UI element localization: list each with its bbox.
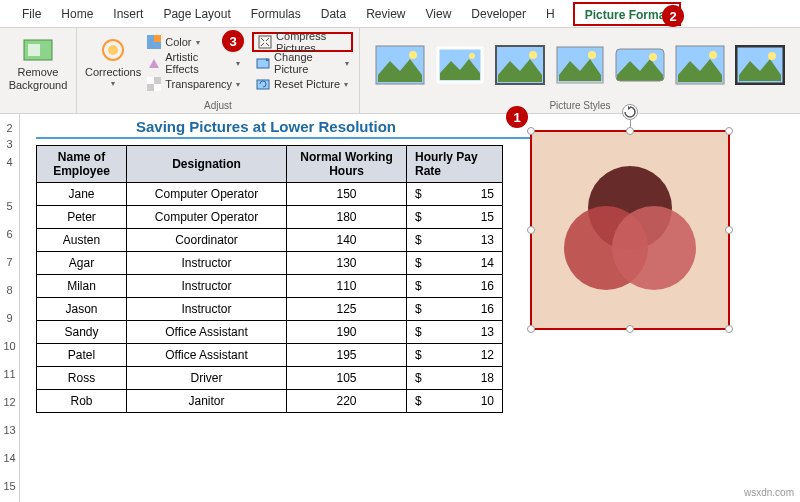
row-header[interactable]: 2 [0, 114, 19, 130]
cell-name[interactable]: Jane [37, 183, 127, 206]
cell-rate[interactable]: $16 [407, 298, 503, 321]
cell-rate[interactable]: $12 [407, 344, 503, 367]
row-header[interactable]: 4 [0, 148, 19, 192]
row-header[interactable]: 5 [0, 192, 19, 220]
row-header[interactable]: 6 [0, 220, 19, 248]
tab-formulas[interactable]: Formulas [241, 0, 311, 28]
artistic-effects-button[interactable]: Artistic Effects ▾ [143, 53, 244, 73]
inserted-picture[interactable] [530, 130, 730, 330]
cell-designation[interactable]: Office Assistant [127, 344, 287, 367]
cell-name[interactable]: Peter [37, 206, 127, 229]
corrections-button[interactable]: Corrections ▾ [83, 32, 143, 94]
resize-handle-nw[interactable] [527, 127, 535, 135]
cell-designation[interactable]: Computer Operator [127, 206, 287, 229]
tab-file[interactable]: File [12, 0, 51, 28]
resize-handle-sw[interactable] [527, 325, 535, 333]
cell-designation[interactable]: Instructor [127, 252, 287, 275]
tab-review[interactable]: Review [356, 0, 415, 28]
cell-name[interactable]: Sandy [37, 321, 127, 344]
cell-hours[interactable]: 180 [287, 206, 407, 229]
cell-name[interactable]: Jason [37, 298, 127, 321]
cell-rate[interactable]: $15 [407, 183, 503, 206]
cell-hours[interactable]: 105 [287, 367, 407, 390]
cell-hours[interactable]: 195 [287, 344, 407, 367]
row-header[interactable]: 14 [0, 444, 19, 472]
cell-hours[interactable]: 190 [287, 321, 407, 344]
cell-rate[interactable]: $13 [407, 229, 503, 252]
style-thumb-6[interactable] [674, 44, 726, 86]
corrections-label: Corrections [85, 66, 141, 79]
compress-pictures-button[interactable]: Compress Pictures [252, 32, 353, 52]
svg-rect-9 [259, 36, 271, 48]
change-picture-button[interactable]: Change Picture ▾ [252, 53, 353, 73]
header-designation[interactable]: Designation [127, 146, 287, 183]
cell-rate[interactable]: $15 [407, 206, 503, 229]
tab-insert[interactable]: Insert [103, 0, 153, 28]
style-thumb-3[interactable] [494, 44, 546, 86]
cell-designation[interactable]: Office Assistant [127, 321, 287, 344]
header-hours[interactable]: Normal Working Hours [287, 146, 407, 183]
tab-home[interactable]: Home [51, 0, 103, 28]
cell-designation[interactable]: Computer Operator [127, 183, 287, 206]
cell-rate[interactable]: $14 [407, 252, 503, 275]
tab-view[interactable]: View [416, 0, 462, 28]
row-header[interactable]: 11 [0, 360, 19, 388]
cell-name[interactable]: Milan [37, 275, 127, 298]
row-header[interactable]: 9 [0, 304, 19, 332]
resize-handle-s[interactable] [626, 325, 634, 333]
cell-rate[interactable]: $10 [407, 390, 503, 413]
cell-hours[interactable]: 220 [287, 390, 407, 413]
cell-hours[interactable]: 130 [287, 252, 407, 275]
tab-page-layout[interactable]: Page Layout [153, 0, 240, 28]
row-header[interactable]: 12 [0, 388, 19, 416]
cell-rate[interactable]: $16 [407, 275, 503, 298]
resize-handle-ne[interactable] [725, 127, 733, 135]
header-name[interactable]: Name of Employee [37, 146, 127, 183]
picture-styles-gallery[interactable] [366, 32, 794, 98]
cell-name[interactable]: Patel [37, 344, 127, 367]
style-thumb-4[interactable] [554, 44, 606, 86]
style-thumb-1[interactable] [374, 44, 426, 86]
cell-rate[interactable]: $18 [407, 367, 503, 390]
cell-rate[interactable]: $13 [407, 321, 503, 344]
header-rate[interactable]: Hourly Pay Rate [407, 146, 503, 183]
row-header[interactable]: 3 [0, 130, 19, 148]
cell-name[interactable]: Rob [37, 390, 127, 413]
cell-name[interactable]: Agar [37, 252, 127, 275]
resize-handle-se[interactable] [725, 325, 733, 333]
style-thumb-5[interactable] [614, 44, 666, 86]
resize-handle-e[interactable] [725, 226, 733, 234]
reset-picture-button[interactable]: Reset Picture ▾ [252, 74, 353, 94]
row-header[interactable]: 7 [0, 248, 19, 276]
cell-designation[interactable]: Instructor [127, 298, 287, 321]
transparency-button[interactable]: Transparency ▾ [143, 74, 244, 94]
cell-hours[interactable]: 150 [287, 183, 407, 206]
cell-name[interactable]: Austen [37, 229, 127, 252]
artistic-effects-label: Artistic Effects [165, 51, 232, 75]
cell-name[interactable]: Ross [37, 367, 127, 390]
resize-handle-w[interactable] [527, 226, 535, 234]
cell-designation[interactable]: Janitor [127, 390, 287, 413]
tab-h[interactable]: H [536, 0, 565, 28]
row-header[interactable]: 10 [0, 332, 19, 360]
style-thumb-2[interactable] [434, 44, 486, 86]
tab-developer[interactable]: Developer [461, 0, 536, 28]
cell-hours[interactable]: 125 [287, 298, 407, 321]
cell-designation[interactable]: Instructor [127, 275, 287, 298]
resize-handle-n[interactable] [626, 127, 634, 135]
group-picture-styles: Picture Styles [360, 28, 800, 113]
remove-background-button[interactable]: Remove Background [6, 32, 70, 94]
transparency-icon [147, 77, 161, 91]
cell-hours[interactable]: 110 [287, 275, 407, 298]
callout-badge-3: 3 [222, 30, 244, 52]
tab-data[interactable]: Data [311, 0, 356, 28]
cell-hours[interactable]: 140 [287, 229, 407, 252]
cell-designation[interactable]: Driver [127, 367, 287, 390]
table-row: MilanInstructor110$16 [37, 275, 503, 298]
style-thumb-7[interactable] [734, 44, 786, 86]
row-header[interactable]: 13 [0, 416, 19, 444]
cell-designation[interactable]: Coordinator [127, 229, 287, 252]
row-header[interactable]: 15 [0, 472, 19, 490]
rotation-handle[interactable] [622, 104, 638, 120]
row-header[interactable]: 8 [0, 276, 19, 304]
